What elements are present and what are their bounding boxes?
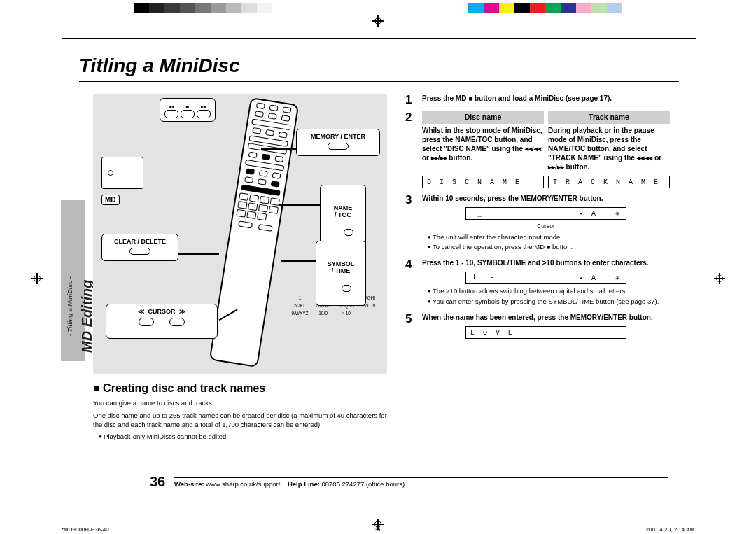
step-2: 2 Disc name Track name Whilst in the sto… [405,111,670,188]
page-frame: Titling a MiniDisc MD Editing - Titling … [62,38,696,500]
step-1: 1 Press the MD ■ button and load a MiniD… [405,94,670,106]
step-4: 4 Press the 1 - 10, SYMBOL/TIME and >10 … [405,258,670,307]
page-title: Titling a MiniDisc [79,55,679,77]
registration-mark-icon [714,273,725,284]
lcd-char-entry: L̲ – ◂ A ✳ [465,272,626,284]
registration-mark-icon [31,273,43,284]
lcd-track-name: T R A C K N A M E [548,176,670,188]
registration-bar [0,3,756,13]
name-toc-callout: NAME / TOC [320,185,366,250]
remote-illustration [209,97,300,367]
steps-column: 1 Press the MD ■ button and load a MiniD… [405,94,670,347]
registration-mark-icon [372,15,384,27]
memory-enter-callout: MEMORY / ENTER [296,129,380,156]
lcd-disc-name: D I S C N A M E [422,176,544,188]
section-heading: Creating disc and track names [93,382,387,395]
side-tab-sub: - Titling a MiniDisc - [66,210,74,336]
side-tab: MD Editing - Titling a MiniDisc - [61,200,85,361]
md-tag: MD [102,195,120,205]
symbol-time-callout: SYMBOL / TIME [316,241,366,306]
print-metadata: *MD9000H-E36-40 36 2001.4.20, 2:14 AM [62,518,694,533]
intro-paragraph-1: You can give a name to discs and tracks. [93,399,387,408]
footer: Web-site: www.sharp.co.uk/support Help L… [174,477,668,488]
page-number: 36 [150,474,165,490]
lcd-cursor: –̲ ◂ A ✳ [465,207,626,220]
play-controls-callout: ◂◂ ■ ▸▸ [160,98,216,122]
intro-paragraph-2: One disc name and up to 255 track names … [93,412,387,430]
lcd-final: L O V E [465,326,626,339]
illustration-area: ◂◂ ■ ▸▸ 12/ABC3/DEF4/GHI [93,94,387,374]
cursor-callout: ≪ CURSOR ≫ [106,304,218,339]
step-5: 5 When the name has been entered, press … [405,313,670,342]
md-disc-icon: MD [102,157,159,205]
title-row: Titling a MiniDisc [79,55,679,82]
intro-bullet: Playback-only MiniDiscs cannot be edited… [99,433,387,440]
step-3: 3 Within 10 seconds, press the MEMORY/EN… [405,194,670,253]
left-column: Creating disc and track names You can gi… [93,382,387,440]
disc-name-header: Disc name [422,111,544,124]
clear-delete-callout: CLEAR / DELETE [102,234,178,261]
track-name-header: Track name [548,111,670,124]
